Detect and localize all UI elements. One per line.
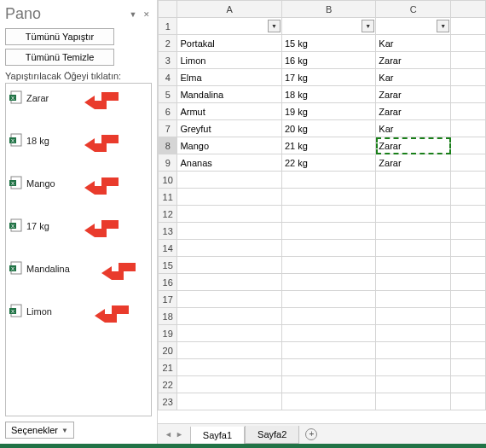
row-header[interactable]: 2 <box>159 35 177 52</box>
cell[interactable] <box>376 325 451 342</box>
cell[interactable] <box>376 342 451 359</box>
cell[interactable]: Limon <box>177 52 282 69</box>
cell[interactable] <box>282 376 376 393</box>
cell[interactable] <box>282 342 376 359</box>
column-header[interactable] <box>451 1 486 18</box>
cell[interactable] <box>451 189 486 206</box>
cell[interactable] <box>451 359 486 376</box>
cell[interactable]: 16 kg <box>282 52 376 69</box>
cell[interactable] <box>282 172 376 189</box>
cell[interactable] <box>451 35 486 52</box>
cell[interactable]: Ananas <box>177 154 282 172</box>
cell[interactable] <box>376 172 451 189</box>
row-header[interactable]: 20 <box>159 342 177 359</box>
cell[interactable] <box>451 291 486 308</box>
cell[interactable] <box>451 240 486 257</box>
clipboard-item[interactable]: X 18 kg <box>8 128 149 171</box>
cell[interactable]: Zarar <box>376 103 451 120</box>
cell[interactable] <box>376 240 451 257</box>
row-header[interactable]: 4 <box>159 69 177 86</box>
row-header[interactable]: 23 <box>159 393 177 410</box>
tab-nav-prev-icon[interactable]: ◄ <box>165 430 172 439</box>
row-header[interactable]: 11 <box>159 189 177 206</box>
cell[interactable] <box>177 308 282 325</box>
cell[interactable]: Kar <box>376 35 451 52</box>
cell[interactable] <box>376 359 451 376</box>
table-header-cell[interactable]: KİLOGRAM▼ <box>282 18 376 35</box>
select-all-corner[interactable] <box>159 1 177 18</box>
row-header[interactable]: 6 <box>159 103 177 120</box>
cell[interactable] <box>177 206 282 223</box>
cell[interactable] <box>177 325 282 342</box>
cell[interactable]: Mango <box>177 137 282 154</box>
sheet-tab-2[interactable]: Sayfa2 <box>245 426 299 444</box>
cell[interactable] <box>451 86 486 103</box>
cell[interactable] <box>451 18 486 35</box>
filter-dropdown-icon[interactable]: ▼ <box>268 20 281 32</box>
cell[interactable]: 21 kg <box>282 137 376 154</box>
row-header[interactable]: 19 <box>159 325 177 342</box>
cell[interactable] <box>282 240 376 257</box>
cell[interactable]: 19 kg <box>282 103 376 120</box>
row-header[interactable]: 17 <box>159 291 177 308</box>
cell[interactable] <box>376 206 451 223</box>
cell[interactable]: Kar <box>376 69 451 86</box>
clipboard-item[interactable]: X Limon <box>8 299 149 341</box>
cell[interactable] <box>282 393 376 410</box>
paste-all-button[interactable]: Tümünü Yapıştır <box>5 28 114 45</box>
cell[interactable] <box>376 308 451 325</box>
row-header[interactable]: 7 <box>159 120 177 137</box>
cell[interactable] <box>282 359 376 376</box>
worksheet-grid[interactable]: A B C 1 MEYVELER▼ KİLOGRAM▼ Kar - Zarar▼… <box>158 0 486 410</box>
cell[interactable] <box>282 223 376 240</box>
row-header[interactable]: 9 <box>159 154 177 172</box>
cell[interactable] <box>282 308 376 325</box>
cell[interactable] <box>282 274 376 291</box>
clear-all-button[interactable]: Tümünü Temizle <box>5 49 114 66</box>
cell[interactable] <box>451 172 486 189</box>
row-header[interactable]: 22 <box>159 376 177 393</box>
cell[interactable] <box>177 257 282 274</box>
row-header[interactable]: 5 <box>159 86 177 103</box>
cell[interactable]: 15 kg <box>282 35 376 52</box>
clipboard-item[interactable]: X 17 kg <box>8 213 149 256</box>
column-header[interactable]: A <box>177 1 282 18</box>
cell[interactable]: Greyfut <box>177 120 282 137</box>
cell[interactable] <box>451 223 486 240</box>
row-header[interactable]: 1 <box>159 18 177 35</box>
cell[interactable]: Mandalina <box>177 86 282 103</box>
pane-options-icon[interactable]: ▼ <box>128 9 138 20</box>
column-header[interactable]: B <box>282 1 376 18</box>
cell[interactable] <box>177 291 282 308</box>
cell[interactable] <box>376 393 451 410</box>
table-header-cell[interactable]: Kar - Zarar▼ <box>376 18 451 35</box>
cell[interactable] <box>177 172 282 189</box>
cell[interactable] <box>451 206 486 223</box>
cell[interactable] <box>177 223 282 240</box>
cell[interactable] <box>451 325 486 342</box>
cell[interactable] <box>376 376 451 393</box>
cell[interactable] <box>177 274 282 291</box>
cell[interactable] <box>282 257 376 274</box>
cell[interactable]: Zarar <box>376 86 451 103</box>
cell[interactable] <box>177 189 282 206</box>
row-header[interactable]: 12 <box>159 206 177 223</box>
row-header[interactable]: 10 <box>159 172 177 189</box>
cell[interactable] <box>177 393 282 410</box>
cell[interactable] <box>282 189 376 206</box>
cell[interactable]: 17 kg <box>282 69 376 86</box>
cell[interactable] <box>376 257 451 274</box>
clipboard-item[interactable]: X Mango <box>8 171 149 213</box>
row-header[interactable]: 21 <box>159 359 177 376</box>
clipboard-item[interactable]: X Mandalina <box>8 256 149 299</box>
cell[interactable] <box>282 291 376 308</box>
cell[interactable] <box>451 69 486 86</box>
cell[interactable]: Zarar <box>376 52 451 69</box>
cell[interactable] <box>376 291 451 308</box>
cell[interactable]: Elma <box>177 69 282 86</box>
tab-nav-next-icon[interactable]: ► <box>176 430 183 439</box>
row-header[interactable]: 8 <box>159 137 177 154</box>
cell[interactable]: Zarar <box>376 154 451 172</box>
filter-dropdown-icon[interactable]: ▼ <box>437 20 449 32</box>
column-header[interactable]: C <box>376 1 451 18</box>
